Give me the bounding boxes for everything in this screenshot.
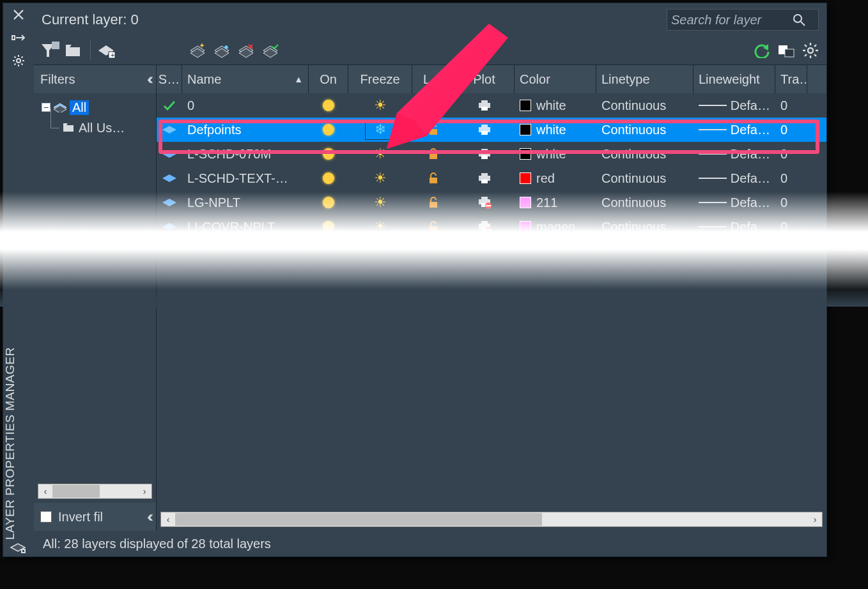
printer-icon[interactable] <box>477 100 492 111</box>
printer-icon[interactable] <box>477 172 492 184</box>
toggle-icon[interactable] <box>775 40 797 61</box>
lock-cell[interactable] <box>412 93 454 118</box>
lock-icon[interactable] <box>428 148 439 160</box>
color-cell[interactable]: red <box>515 166 596 190</box>
layer-search[interactable] <box>667 9 819 31</box>
lineweight-cell[interactable]: Defa… <box>694 190 775 215</box>
lock-cell[interactable] <box>412 142 454 166</box>
freeze-cell[interactable]: ☀ <box>348 142 412 166</box>
transparency-cell[interactable]: 0 <box>775 215 807 239</box>
linetype-cell[interactable]: Continuous <box>596 118 694 142</box>
transparency-cell[interactable]: 0 <box>775 190 807 215</box>
freeze-cell[interactable]: ❄ <box>348 118 412 142</box>
lock-icon[interactable] <box>428 197 439 208</box>
bulb-icon[interactable] <box>323 100 334 111</box>
invert-filter-row[interactable]: Invert fil ‹‹ <box>34 503 156 531</box>
layer-row[interactable]: L-SCHD-TEXT-…☀redContinuousDefa…0 <box>157 166 826 190</box>
lineweight-cell[interactable]: Defa… <box>694 215 775 239</box>
lock-icon[interactable] <box>428 221 439 233</box>
chevron-double-left-icon[interactable]: ‹‹ <box>147 508 150 526</box>
layer-row[interactable]: L-SCHD-070M☀whiteContinuousDefa…0 <box>157 142 826 166</box>
on-cell[interactable] <box>309 190 348 215</box>
name-cell[interactable]: Defpoints <box>182 118 309 142</box>
tree-row-all-used[interactable]: All Us… <box>38 118 152 138</box>
printer-noplot-icon[interactable] <box>477 220 492 233</box>
scrollbar-thumb[interactable] <box>175 513 542 526</box>
layer-row[interactable]: 0☀whiteContinuousDefa…0 <box>157 93 826 118</box>
lock-cell[interactable] <box>412 166 454 190</box>
color-cell[interactable]: white <box>515 118 596 142</box>
name-cell[interactable]: LI-COVR-NPLT <box>182 215 309 239</box>
freeze-layer-icon[interactable] <box>211 40 233 61</box>
layer-row[interactable]: LI-COVR-NPLT☀magen…ContinuousDefa…0 <box>157 215 826 239</box>
plot-cell[interactable] <box>454 166 515 190</box>
freeze-cell[interactable]: ☀ <box>348 215 412 239</box>
search-icon[interactable] <box>793 13 805 26</box>
filters-scrollbar[interactable]: ‹ › <box>38 484 152 499</box>
scrollbar-thumb[interactable] <box>52 485 100 498</box>
filters-header[interactable]: Filters ‹‹ <box>34 65 156 93</box>
new-group-filter-icon[interactable] <box>63 40 85 61</box>
plot-cell[interactable] <box>454 190 515 215</box>
layer-row[interactable]: LG-NPLT☀211ContinuousDefa…0 <box>157 190 826 215</box>
lock-icon[interactable] <box>428 100 439 111</box>
on-cell[interactable] <box>309 166 348 190</box>
lock-cell[interactable] <box>412 190 454 215</box>
sun-icon[interactable]: ☀ <box>374 170 387 187</box>
scroll-right-icon[interactable]: › <box>137 484 151 498</box>
close-icon[interactable] <box>3 3 34 26</box>
color-cell[interactable]: white <box>515 142 596 166</box>
freeze-cell[interactable]: ☀ <box>348 190 412 215</box>
lineweight-cell[interactable]: Defa… <box>694 166 775 190</box>
linetype-cell[interactable]: Continuous <box>596 215 694 239</box>
col-color[interactable]: Color <box>515 65 596 93</box>
printer-icon[interactable] <box>477 148 492 160</box>
name-cell[interactable]: 0 <box>182 93 309 118</box>
color-cell[interactable]: magen… <box>515 215 596 239</box>
plot-cell[interactable] <box>454 118 515 142</box>
search-input[interactable] <box>671 13 793 27</box>
bulb-icon[interactable] <box>323 148 334 160</box>
col-name[interactable]: Name▲ <box>182 65 309 93</box>
layer-row[interactable]: Defpoints❄whiteContinuousDefa…0 <box>157 118 826 142</box>
bulb-icon[interactable] <box>323 221 334 233</box>
linetype-cell[interactable]: Continuous <box>596 93 694 118</box>
lineweight-cell[interactable]: Defa… <box>694 142 775 166</box>
col-on[interactable]: On <box>309 65 348 93</box>
snowflake-icon[interactable]: ❄ <box>365 119 396 140</box>
col-transparency[interactable]: Tra… <box>775 65 807 93</box>
panel-settings-icon[interactable] <box>3 49 34 72</box>
sun-icon[interactable]: ☀ <box>374 218 387 235</box>
chevron-double-left-icon[interactable]: ‹‹ <box>147 70 150 88</box>
grid-scrollbar[interactable]: ‹ › <box>160 512 823 527</box>
on-cell[interactable] <box>309 118 348 142</box>
col-plot[interactable]: Plot <box>454 65 515 93</box>
linetype-cell[interactable]: Continuous <box>596 142 694 166</box>
lock-cell[interactable] <box>412 118 454 142</box>
layer-states-icon[interactable]: + <box>96 40 118 61</box>
col-lineweight[interactable]: Lineweight <box>694 65 775 93</box>
sun-icon[interactable]: ☀ <box>374 97 387 114</box>
tree-row-all[interactable]: − All <box>38 97 152 118</box>
lock-cell[interactable] <box>412 215 454 239</box>
linetype-cell[interactable]: Continuous <box>596 166 694 190</box>
lock-icon[interactable] <box>428 172 439 184</box>
on-cell[interactable] <box>309 93 348 118</box>
freeze-cell[interactable]: ☀ <box>348 93 412 118</box>
new-layer-filter-icon[interactable] <box>39 40 61 61</box>
scroll-left-icon[interactable]: ‹ <box>38 484 52 498</box>
refresh-icon[interactable] <box>751 40 773 61</box>
freeze-cell[interactable]: ☀ <box>348 166 412 190</box>
printer-icon[interactable] <box>477 124 492 135</box>
transparency-cell[interactable]: 0 <box>775 93 807 118</box>
delete-layer-icon[interactable] <box>235 40 257 61</box>
lock-icon[interactable] <box>428 124 439 135</box>
sun-icon[interactable]: ☀ <box>374 194 387 211</box>
on-cell[interactable] <box>309 215 348 239</box>
new-layer-icon[interactable] <box>187 40 208 61</box>
scroll-left-icon[interactable]: ‹ <box>161 512 175 526</box>
invert-filter-checkbox[interactable] <box>40 511 52 523</box>
printer-noplot-icon[interactable] <box>477 196 492 209</box>
linetype-cell[interactable]: Continuous <box>596 190 694 215</box>
bulb-icon[interactable] <box>323 172 334 184</box>
